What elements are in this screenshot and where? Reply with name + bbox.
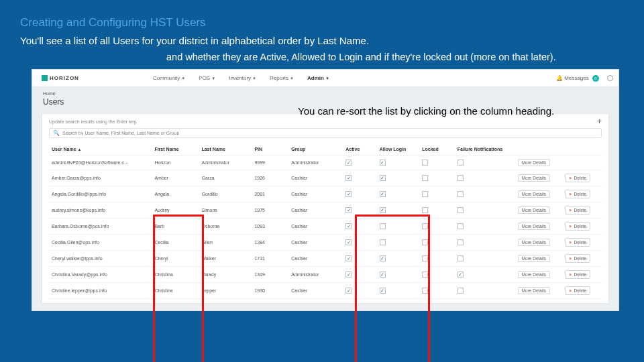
delete-button[interactable]: Delete: [565, 270, 590, 279]
search-input[interactable]: [62, 131, 598, 135]
cell-locked: [419, 156, 455, 170]
delete-button[interactable]: Delete: [565, 190, 590, 198]
col-active[interactable]: Active: [343, 143, 376, 156]
cell-first-name: Amber: [152, 170, 199, 186]
more-details-button[interactable]: More Details: [518, 287, 550, 294]
messages-label: Messages: [564, 75, 588, 81]
more-details-button[interactable]: More Details: [518, 190, 550, 198]
checkbox[interactable]: [422, 272, 428, 278]
col-pin[interactable]: PIN: [252, 143, 288, 156]
more-details-button[interactable]: More Details: [518, 223, 550, 230]
cell-user-name: Barbara.Osborne@pos.info: [49, 219, 152, 235]
checkbox[interactable]: [458, 288, 464, 294]
nav-item-community[interactable]: Community▼: [153, 75, 185, 81]
cell-failure-notifications: [455, 251, 515, 267]
cell-user-name: adminLBvP03@HorizonSoftware.c…: [49, 156, 152, 170]
delete-button[interactable]: Delete: [565, 174, 590, 182]
cell-user-name: Christine.lepper@ipps.info: [49, 283, 152, 299]
cell-last-name: Garza: [199, 170, 252, 186]
cell-locked: [419, 283, 455, 299]
cell-group: Administrator: [288, 267, 343, 283]
checkbox[interactable]: ✓: [380, 191, 386, 197]
cell-group: Cashier: [288, 235, 343, 251]
cell-user-name: Christina.Varady@pps.info: [49, 267, 152, 283]
gear-icon[interactable]: [607, 75, 613, 81]
checkbox[interactable]: ✓: [345, 191, 352, 197]
table-row: audrey.simons@kops.infoAudreySimons1975C…: [49, 202, 602, 219]
checkbox[interactable]: ✓: [345, 288, 352, 294]
checkbox[interactable]: ✓: [380, 207, 386, 213]
col-failure-notifications[interactable]: Failure Notifications: [455, 143, 515, 156]
checkbox[interactable]: [458, 175, 464, 181]
checkbox[interactable]: ✓: [380, 175, 386, 181]
more-details-button[interactable]: More Details: [518, 159, 550, 166]
cell-user-name: Angela.Gordillo@ipps.info: [49, 186, 152, 202]
checkbox[interactable]: [422, 239, 428, 245]
more-details-button[interactable]: More Details: [518, 255, 550, 262]
checkbox[interactable]: ✓: [345, 255, 352, 261]
chevron-down-icon: ▼: [325, 76, 329, 80]
cell-active: ✓: [343, 251, 376, 267]
delete-button[interactable]: Delete: [565, 222, 590, 231]
checkbox[interactable]: [458, 255, 464, 261]
col-locked[interactable]: Locked: [419, 143, 455, 156]
brand-logo[interactable]: HORIZON: [42, 75, 79, 81]
checkbox[interactable]: [422, 207, 428, 213]
nav-item-reports[interactable]: Reports▼: [270, 75, 294, 81]
checkbox[interactable]: [422, 255, 428, 261]
checkbox[interactable]: ✓: [345, 160, 352, 166]
checkbox[interactable]: [458, 207, 464, 213]
cell-allow-login: ✓: [377, 202, 420, 219]
table-row: adminLBvP03@HorizonSoftware.c…HorizonAdm…: [49, 156, 602, 170]
cell-active: ✓: [343, 267, 376, 283]
checkbox[interactable]: [458, 223, 464, 229]
checkbox[interactable]: ✓: [345, 207, 352, 213]
col-last-name[interactable]: Last Name: [199, 143, 252, 156]
delete-button[interactable]: Delete: [565, 238, 590, 247]
checkbox[interactable]: [380, 239, 386, 245]
checkbox[interactable]: [422, 223, 428, 229]
checkbox[interactable]: [458, 160, 464, 166]
cell-last-name: Osborne: [199, 219, 252, 235]
checkbox[interactable]: ✓: [380, 288, 386, 294]
checkbox[interactable]: [422, 288, 428, 294]
more-details-button[interactable]: More Details: [518, 271, 550, 278]
checkbox[interactable]: [458, 239, 464, 245]
checkbox[interactable]: ✓: [380, 255, 386, 261]
messages-link[interactable]: 🔔 Messages 0: [556, 75, 599, 82]
checkbox[interactable]: ✓: [345, 239, 352, 245]
col-first-name[interactable]: First Name: [152, 143, 199, 156]
checkbox[interactable]: ✓: [380, 160, 386, 166]
checkbox[interactable]: ✓: [345, 223, 352, 229]
more-details-button[interactable]: More Details: [518, 206, 550, 214]
checkbox[interactable]: ✓: [380, 272, 386, 278]
cell-allow-login: [377, 219, 420, 235]
checkbox[interactable]: [458, 191, 464, 197]
cell-failure-notifications: [455, 156, 515, 170]
delete-button[interactable]: Delete: [565, 206, 590, 215]
col-allow-login[interactable]: Allow Login: [377, 143, 420, 156]
more-details-button[interactable]: More Details: [518, 174, 550, 182]
table-row: Cheryl.walker@ipps.infoCherylWalker1731C…: [49, 251, 602, 267]
add-user-button[interactable]: +: [597, 117, 602, 126]
checkbox[interactable]: [380, 223, 386, 229]
nav-item-pos[interactable]: POS▼: [199, 75, 215, 81]
nav-item-inventory[interactable]: Inventory▼: [229, 75, 256, 81]
breadcrumb[interactable]: Home: [43, 91, 608, 96]
delete-button[interactable]: Delete: [565, 286, 590, 295]
cell-allow-login: ✓: [377, 267, 420, 283]
search-field-wrap[interactable]: 🔍: [49, 128, 602, 138]
checkbox[interactable]: ✓: [458, 272, 464, 278]
nav-item-admin[interactable]: Admin▼: [307, 75, 329, 81]
checkbox[interactable]: [422, 191, 428, 197]
delete-button[interactable]: Delete: [565, 254, 590, 263]
checkbox[interactable]: ✓: [345, 272, 352, 278]
col-group[interactable]: Group: [288, 143, 343, 156]
cell-first-name: Barb: [152, 219, 199, 235]
checkbox[interactable]: ✓: [345, 175, 352, 181]
checkbox[interactable]: [422, 175, 428, 181]
col-user-name[interactable]: User Name▲: [49, 143, 152, 156]
more-details-button[interactable]: More Details: [518, 239, 550, 246]
cell-last-name: Varady: [199, 267, 252, 283]
checkbox[interactable]: [422, 160, 428, 166]
